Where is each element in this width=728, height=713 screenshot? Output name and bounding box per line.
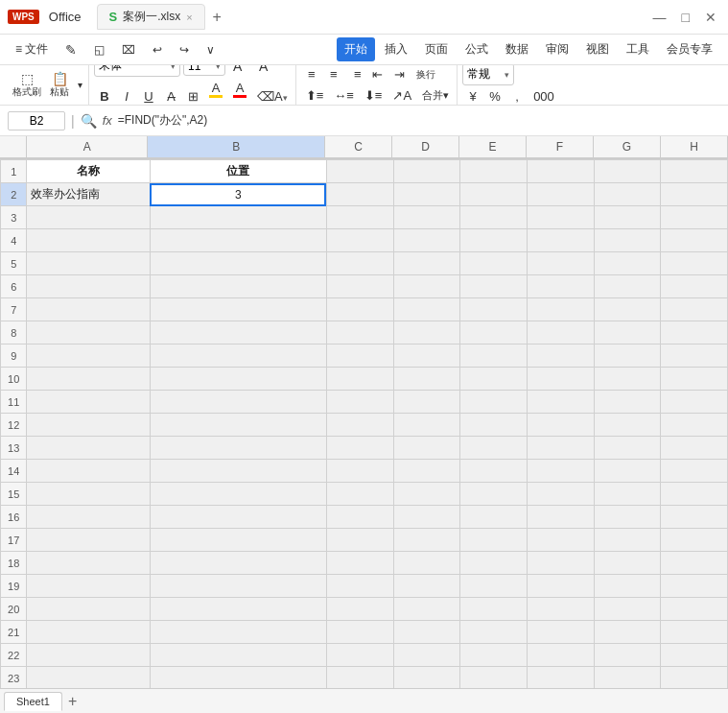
cell-g17[interactable] (594, 529, 661, 552)
corner-cell[interactable] (0, 136, 27, 158)
cell-f12[interactable] (527, 414, 594, 437)
cell-e8[interactable] (460, 321, 528, 345)
cell-a14[interactable] (27, 460, 150, 483)
cell-c5[interactable] (326, 252, 393, 275)
add-sheet-button[interactable]: + (64, 693, 81, 710)
cell-c15[interactable] (326, 483, 393, 506)
cell-h22[interactable] (661, 644, 728, 667)
cell-h19[interactable] (661, 575, 728, 598)
row-num-14[interactable]: 14 (1, 460, 27, 483)
cell-h3[interactable] (661, 206, 728, 229)
cell-d6[interactable] (393, 275, 460, 298)
cell-f21[interactable] (527, 621, 594, 644)
cell-a3[interactable] (27, 206, 150, 229)
cell-b4[interactable] (150, 229, 326, 252)
cell-f2[interactable] (527, 183, 594, 206)
minimize-button[interactable]: ― (649, 8, 670, 27)
cell-e9[interactable] (460, 345, 528, 368)
cell-c20[interactable] (326, 598, 393, 621)
cell-g14[interactable] (594, 460, 661, 483)
cell-d10[interactable] (393, 368, 460, 391)
cell-c8[interactable] (326, 321, 393, 345)
valign-mid-button[interactable]: ↔≡ (329, 85, 359, 106)
tab-tools[interactable]: 工具 (619, 37, 657, 61)
cell-d4[interactable] (393, 229, 460, 252)
col-header-d[interactable]: D (392, 136, 459, 158)
cell-f5[interactable] (527, 252, 594, 275)
row-num-18[interactable]: 18 (1, 552, 27, 575)
cell-d9[interactable] (393, 345, 460, 368)
number-format-select[interactable]: 常规 ▾ (462, 65, 514, 85)
cell-e22[interactable] (460, 644, 528, 667)
cell-b3[interactable] (150, 206, 326, 229)
cell-h10[interactable] (661, 368, 728, 391)
cell-b17[interactable] (150, 529, 326, 552)
cell-c6[interactable] (326, 275, 393, 298)
cell-b9[interactable] (150, 345, 326, 368)
tab-insert[interactable]: 插入 (377, 37, 415, 61)
cell-a12[interactable] (27, 414, 150, 437)
cell-b6[interactable] (150, 275, 326, 298)
cell-h4[interactable] (661, 229, 728, 252)
wps-logo[interactable]: WPS (8, 10, 39, 24)
row-num-11[interactable]: 11 (1, 391, 27, 414)
cell-e2[interactable] (460, 183, 528, 206)
cell-a2[interactable]: 效率办公指南 (27, 183, 150, 206)
cell-f19[interactable] (527, 575, 594, 598)
cell-e7[interactable] (460, 298, 528, 321)
cell-f22[interactable] (527, 644, 594, 667)
row-num-4[interactable]: 4 (1, 229, 27, 252)
cell-c22[interactable] (326, 644, 393, 667)
menu-redo-icon[interactable]: ↪ (172, 39, 197, 60)
cell-h9[interactable] (661, 345, 728, 368)
font-size-select[interactable]: 11 ▾ (183, 65, 225, 76)
tab-data[interactable]: 数据 (498, 37, 536, 61)
font-color-button[interactable]: A ▾ (228, 78, 251, 106)
cell-e4[interactable] (460, 229, 528, 252)
cell-d7[interactable] (393, 298, 460, 321)
fx-button[interactable]: fx (103, 113, 112, 128)
row-num-21[interactable]: 21 (1, 621, 27, 644)
thousand-sep-button[interactable]: 000 (528, 86, 559, 106)
close-tab-button[interactable]: × (186, 12, 192, 23)
cell-f9[interactable] (527, 345, 594, 368)
cell-e20[interactable] (460, 598, 528, 621)
cell-g23[interactable] (594, 667, 661, 689)
tab-review[interactable]: 审阅 (538, 37, 576, 61)
cell-e6[interactable] (460, 275, 528, 298)
row-num-16[interactable]: 16 (1, 506, 27, 529)
cell-b15[interactable] (150, 483, 326, 506)
cell-c9[interactable] (326, 345, 393, 368)
valign-top-button[interactable]: ⬆≡ (301, 85, 329, 106)
cell-g22[interactable] (594, 644, 661, 667)
cell-b18[interactable] (150, 552, 326, 575)
col-header-b[interactable]: B (148, 136, 325, 158)
cell-b8[interactable] (150, 321, 326, 345)
cell-h15[interactable] (661, 483, 728, 506)
cell-d23[interactable] (393, 667, 460, 689)
cell-a9[interactable] (27, 345, 150, 368)
cell-h11[interactable] (661, 391, 728, 414)
cell-g16[interactable] (594, 506, 661, 529)
italic-button[interactable]: I (116, 86, 137, 106)
cell-a23[interactable] (27, 667, 150, 689)
cell-c14[interactable] (326, 460, 393, 483)
cell-b11[interactable] (150, 391, 326, 414)
cell-d3[interactable] (393, 206, 460, 229)
cell-b22[interactable] (150, 644, 326, 667)
cell-g20[interactable] (594, 598, 661, 621)
cell-h18[interactable] (661, 552, 728, 575)
rotate-text-button[interactable]: ↗A (387, 85, 416, 106)
cell-g1[interactable] (594, 160, 661, 183)
cell-c18[interactable] (326, 552, 393, 575)
cell-c3[interactable] (326, 206, 393, 229)
cell-e13[interactable] (460, 437, 528, 460)
cell-f10[interactable] (527, 368, 594, 391)
tab-member[interactable]: 会员专享 (659, 37, 720, 61)
cell-f4[interactable] (527, 229, 594, 252)
cell-g4[interactable] (594, 229, 661, 252)
row-num-12[interactable]: 12 (1, 414, 27, 437)
row-num-3[interactable]: 3 (1, 206, 27, 229)
row-num-23[interactable]: 23 (1, 667, 27, 689)
format-painter-button[interactable]: ⬚ 格式刷 (9, 68, 45, 103)
